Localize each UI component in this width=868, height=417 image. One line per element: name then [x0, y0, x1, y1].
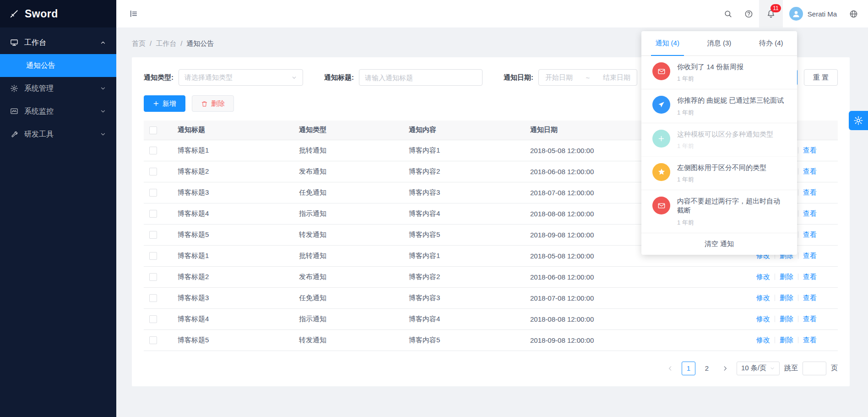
- menu-label: 工作台: [24, 38, 46, 48]
- page-button-2[interactable]: 2: [700, 362, 714, 375]
- row-checkbox[interactable]: [149, 336, 157, 344]
- reset-button[interactable]: 重 置: [804, 69, 838, 86]
- notification-item[interactable]: 这种模板可以区分多种通知类型 1 年前: [641, 123, 797, 157]
- pagination: 1 2 10 条/页 跳至 页: [144, 362, 838, 375]
- send-icon: [652, 96, 670, 114]
- clear-notifications-button[interactable]: 清空 通知: [641, 233, 797, 255]
- cell-content: 博客内容5: [403, 224, 525, 245]
- divider: [798, 316, 798, 322]
- notification-text: 这种模板可以区分多种通知类型: [677, 130, 773, 139]
- cell-title: 博客标题3: [172, 182, 293, 203]
- edit-link[interactable]: 修改: [756, 336, 770, 344]
- row-checkbox[interactable]: [149, 168, 157, 176]
- row-checkbox[interactable]: [149, 294, 157, 302]
- edit-link[interactable]: 修改: [756, 294, 770, 302]
- notification-item[interactable]: 你收到了 14 份新周报 1 年前: [641, 56, 797, 89]
- cell-type: 任免通知: [293, 287, 403, 308]
- page-size-select[interactable]: 10 条/页: [737, 362, 780, 375]
- next-page-button[interactable]: [718, 362, 732, 375]
- view-link[interactable]: 查看: [803, 252, 817, 259]
- notification-item[interactable]: 左侧图标用于区分不同的类型 1 年前: [641, 157, 797, 190]
- notifications-button[interactable]: 11: [759, 0, 783, 27]
- cell-content: 博客内容3: [403, 287, 525, 308]
- breadcrumb-workbench[interactable]: 工作台: [156, 39, 176, 48]
- view-link[interactable]: 查看: [803, 167, 817, 175]
- app-title: Sword: [25, 8, 58, 20]
- notification-item[interactable]: 你推荐的 曲妮妮 已通过第三轮面试 1 年前: [641, 89, 797, 123]
- cell-title: 博客标题5: [172, 329, 293, 351]
- user-menu[interactable]: Serati Ma: [783, 0, 843, 27]
- jump-label: 跳至: [784, 364, 798, 373]
- help-icon[interactable]: [738, 0, 759, 27]
- row-checkbox[interactable]: [149, 189, 157, 197]
- row-checkbox[interactable]: [149, 252, 157, 260]
- notification-panel: 通知 (4) 消息 (3) 待办 (4) 你收到了 14 份新周报 1 年前 你…: [641, 31, 797, 255]
- sidebar-item-system-management[interactable]: 系统管理: [0, 77, 116, 100]
- tab-messages[interactable]: 消息 (3): [693, 31, 745, 55]
- type-select[interactable]: 请选择通知类型: [179, 69, 303, 86]
- globe-icon[interactable]: [843, 0, 868, 27]
- search-icon[interactable]: [718, 0, 738, 27]
- sidebar: Sword 工作台 通知公告 系统管理: [0, 0, 116, 417]
- edit-link[interactable]: 修改: [756, 315, 770, 323]
- title-input[interactable]: [359, 69, 483, 86]
- divider: [798, 231, 798, 238]
- menu-fold-icon[interactable]: [129, 9, 138, 18]
- jump-page-input[interactable]: [803, 362, 826, 375]
- notification-time: 1 年前: [677, 142, 773, 150]
- view-link[interactable]: 查看: [803, 315, 817, 323]
- row-checkbox[interactable]: [149, 147, 157, 154]
- notification-item[interactable]: 内容不要超过两行字，超出时自动截断 1 年前: [641, 190, 797, 233]
- view-link[interactable]: 查看: [803, 294, 817, 302]
- app-logo[interactable]: Sword: [0, 0, 116, 27]
- view-link[interactable]: 查看: [803, 209, 817, 217]
- tab-notifications[interactable]: 通知 (4): [641, 31, 693, 55]
- sidebar-item-dev-tools[interactable]: 研发工具: [0, 123, 116, 146]
- view-link[interactable]: 查看: [803, 273, 817, 280]
- cell-type: 转发通知: [293, 329, 403, 351]
- cell-type: 指示通知: [293, 308, 403, 329]
- sidebar-item-system-monitor[interactable]: 系统监控: [0, 100, 116, 123]
- delete-link[interactable]: 删除: [780, 336, 793, 344]
- select-all-checkbox[interactable]: [149, 126, 157, 134]
- view-link[interactable]: 查看: [803, 146, 817, 154]
- notification-text: 你收到了 14 份新周报: [677, 62, 743, 71]
- prev-page-button[interactable]: [663, 362, 677, 375]
- page-button-1[interactable]: 1: [682, 362, 695, 375]
- table-row: 博客标题5 转发通知 博客内容5 2018-09-08 12:00:00 修改删…: [144, 329, 838, 351]
- delete-button[interactable]: 删除: [192, 95, 234, 112]
- chevron-down-icon: [100, 85, 106, 92]
- add-button[interactable]: 新增: [144, 95, 185, 112]
- row-checkbox[interactable]: [149, 231, 157, 239]
- divider: [775, 274, 775, 280]
- page-unit-label: 页: [831, 364, 838, 373]
- view-link[interactable]: 查看: [803, 230, 817, 238]
- divider: [798, 189, 798, 196]
- breadcrumb-home[interactable]: 首页: [132, 39, 146, 48]
- row-checkbox[interactable]: [149, 273, 157, 281]
- start-date-placeholder: 开始日期: [545, 73, 573, 82]
- view-link[interactable]: 查看: [803, 188, 817, 196]
- sidebar-item-notice[interactable]: 通知公告: [0, 54, 116, 77]
- delete-link[interactable]: 删除: [780, 315, 793, 323]
- row-checkbox[interactable]: [149, 210, 157, 218]
- notification-body: 内容不要超过两行字，超出时自动截断 1 年前: [677, 197, 786, 227]
- table-row: 博客标题2 发布通知 博客内容2 2018-06-08 12:00:00 修改删…: [144, 266, 838, 287]
- settings-fab[interactable]: [849, 111, 868, 130]
- tab-todos[interactable]: 待办 (4): [745, 31, 797, 55]
- cell-type: 指示通知: [293, 203, 403, 224]
- row-checkbox[interactable]: [149, 315, 157, 323]
- edit-link[interactable]: 修改: [756, 273, 770, 280]
- delete-link[interactable]: 删除: [780, 273, 793, 280]
- date-range-picker[interactable]: 开始日期 ~ 结束日期: [538, 69, 637, 86]
- menu-label: 通知公告: [26, 61, 55, 71]
- sidebar-item-workbench[interactable]: 工作台: [0, 31, 116, 54]
- cell-type: 任免通知: [293, 182, 403, 203]
- view-link[interactable]: 查看: [803, 336, 817, 344]
- cell-content: 博客内容2: [403, 266, 525, 287]
- add-button-label: 新增: [163, 99, 176, 108]
- plus-icon: [652, 130, 670, 148]
- delete-link[interactable]: 删除: [780, 294, 793, 302]
- type-select-placeholder: 请选择通知类型: [184, 73, 233, 82]
- cell-content: 博客内容4: [403, 203, 525, 224]
